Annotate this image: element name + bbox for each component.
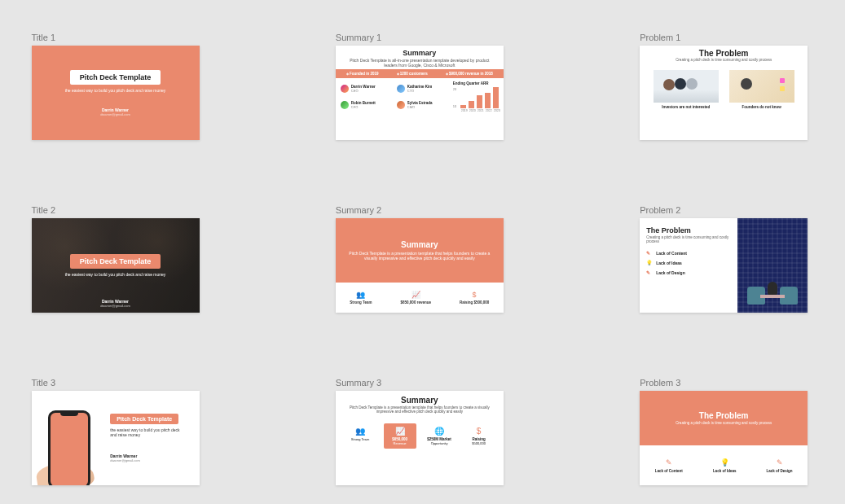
heading-badge: Pitch Deck Template: [70, 254, 161, 269]
team-member: Darrin WarnerCEO: [341, 81, 392, 96]
team-icon: 👥: [345, 427, 375, 436]
chart-icon: 📈: [385, 427, 415, 436]
photo-icon: [737, 218, 808, 313]
bulb-icon: 💡: [646, 260, 653, 265]
cell-summary-1: Summary 1 Summary Pitch Deck Template is…: [336, 33, 504, 140]
bulb-icon: 💡: [713, 458, 737, 467]
avatar-icon: [341, 101, 349, 109]
stat-card: 🌐$250M MarketOpportunity: [423, 423, 456, 449]
problem-item: Founders do not know: [729, 70, 794, 109]
globe-icon: 🌐: [425, 427, 454, 436]
slide-title: The Problem: [640, 49, 808, 58]
phone-mockup-icon: [32, 391, 108, 485]
photo-icon: [729, 70, 794, 103]
photo-icon: [654, 70, 719, 103]
cell-summary-2: Summary 2 Summary Pitch Deck Template is…: [336, 205, 504, 313]
pencil-icon: ✎: [646, 250, 653, 256]
slide-label: Problem 3: [640, 378, 808, 388]
problem-item: ✎Lack of Content: [655, 458, 683, 473]
chart-bar: [493, 87, 499, 108]
slide-label: Summary 1: [336, 33, 504, 42]
slide-subtitle: Pitch Deck Template is all-in-one presen…: [344, 58, 495, 68]
stats-ribbon: Founded in 2019 1200 customers $900,000 …: [336, 69, 504, 78]
author-email: dwarner@gmail.com: [100, 112, 130, 116]
heading-badge: Pitch Deck Template: [70, 70, 161, 85]
slide-title-3[interactable]: Pitch Deck Template the easiest way to b…: [32, 391, 200, 485]
problem-item: Investors are not interested: [654, 70, 719, 109]
problem-item: 💡Lack of Ideas: [713, 458, 737, 473]
slide-subtitle: Creating a pitch deck is time consuming …: [676, 421, 772, 425]
cell-summary-3: Summary 3 Summary Pitch Deck Template is…: [336, 378, 504, 485]
slide-title: Summary: [344, 49, 495, 57]
chart-bar: [469, 101, 474, 108]
slide-label: Title 2: [32, 205, 200, 215]
slide-subtitle: Pitch Deck Template is a presentation te…: [347, 251, 492, 261]
chart-bar: [485, 93, 491, 109]
chart-bar: [460, 105, 466, 108]
slide-subtitle: Creating a pitch deck is time consuming …: [646, 235, 730, 243]
cell-title-2: Title 2 Pitch Deck Template the easiest …: [32, 205, 200, 313]
team-member: Katharine KimCTO: [397, 81, 448, 96]
dollar-icon: $: [460, 291, 489, 299]
cell-problem-2: Problem 2 The Problem Creating a pitch d…: [640, 205, 808, 313]
dollar-icon: $: [464, 427, 494, 436]
stat-item: 👥Strong Team: [350, 291, 372, 305]
heading-badge: Pitch Deck Template: [110, 414, 178, 424]
tagline: the easiest way to build you pitch deck …: [110, 427, 183, 437]
slide-problem-2[interactable]: The Problem Creating a pitch deck is tim…: [640, 218, 808, 313]
template-grid: Title 1 Pitch Deck Template the easiest …: [32, 33, 814, 485]
slide-label: Summary 2: [336, 205, 504, 215]
list-item: 💡Lack of Ideas: [646, 260, 730, 265]
slide-subtitle: Pitch Deck Template is a presentation te…: [345, 405, 494, 414]
slide-summary-2[interactable]: Summary Pitch Deck Template is a present…: [336, 218, 504, 313]
stat-card: $Raising$500,000: [463, 423, 495, 449]
slide-problem-3[interactable]: The Problem Creating a pitch deck is tim…: [640, 391, 808, 485]
slide-summary-3[interactable]: Summary Pitch Deck Template is a present…: [336, 391, 504, 485]
avatar-icon: [341, 85, 349, 93]
slide-label: Summary 3: [336, 378, 504, 388]
slide-label: Title 3: [32, 378, 200, 388]
slide-problem-1[interactable]: The Problem Creating a pitch deck is tim…: [640, 46, 808, 140]
ribbon-stat: Founded in 2019: [346, 72, 379, 76]
avatar-icon: [397, 85, 405, 93]
stat-item: $Raising $500,000: [460, 291, 489, 305]
cell-problem-1: Problem 1 The Problem Creating a pitch d…: [640, 33, 808, 140]
cell-title-3: Title 3 Pitch Deck Template the easiest …: [32, 378, 200, 485]
brush-icon: ✎: [767, 458, 793, 467]
list-item: ✎Lack of Design: [646, 270, 730, 275]
cell-title-1: Title 1 Pitch Deck Template the easiest …: [32, 33, 200, 140]
tagline: the easiest way to build you pitch deck …: [65, 272, 166, 277]
slide-label: Title 1: [32, 33, 200, 42]
slide-title-2[interactable]: Pitch Deck Template the easiest way to b…: [32, 218, 200, 313]
team-member: Robin BurnettCFO: [341, 98, 392, 112]
caption: Investors are not interested: [654, 105, 719, 109]
brush-icon: ✎: [646, 270, 653, 275]
author-email: dwarner@gmail.com: [32, 304, 200, 308]
team-member: Sylvia EstradaCMO: [397, 98, 448, 112]
avatar-icon: [397, 101, 405, 109]
stat-card: 👥Strong Team: [344, 423, 376, 449]
team-icon: 👥: [350, 291, 372, 299]
caption: Founders do not know: [729, 105, 794, 109]
slide-summary-1[interactable]: Summary Pitch Deck Template is all-in-on…: [336, 46, 504, 140]
slide-label: Problem 2: [640, 205, 808, 215]
slide-title: Summary: [401, 240, 438, 249]
ribbon-stat: 1200 customers: [397, 72, 428, 76]
slide-title: Summary: [345, 396, 494, 405]
problem-item: ✎Lack of Design: [767, 458, 793, 473]
author-email: dwarner@gmail.com: [110, 458, 199, 462]
stat-item: 📈$650,000 revenue: [401, 291, 431, 305]
chart-icon: 📈: [401, 291, 431, 299]
tagline: the easiest way to build you pitch deck …: [65, 88, 166, 93]
chart-bar: [477, 95, 482, 108]
slide-label: Problem 1: [640, 33, 808, 42]
slide-title: The Problem: [646, 226, 730, 234]
slide-subtitle: Creating a pitch deck is time consuming …: [640, 58, 808, 62]
ribbon-stat: $900,000 revenue in 2018: [446, 72, 493, 76]
stat-card-highlight: 📈$650,000Revenue: [384, 423, 416, 449]
slide-title-1[interactable]: Pitch Deck Template the easiest way to b…: [32, 46, 200, 140]
list-item: ✎Lack of Content: [646, 250, 730, 256]
slide-title: The Problem: [699, 411, 749, 420]
chart-title: Ending Quarter ARR: [453, 81, 499, 85]
pencil-icon: ✎: [655, 458, 683, 467]
